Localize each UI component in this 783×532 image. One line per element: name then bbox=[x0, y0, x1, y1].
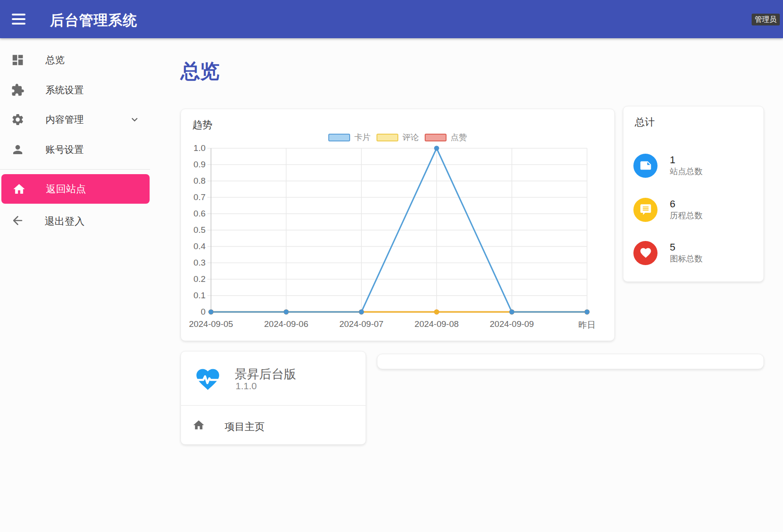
x-axis-tick: 2024-09-07 bbox=[339, 319, 383, 329]
legend-item-likes: 点赞 bbox=[425, 132, 467, 143]
page-title: 总览 bbox=[181, 58, 220, 85]
legend-label: 点赞 bbox=[451, 132, 467, 143]
sidebar-item-label: 账号设置 bbox=[45, 143, 84, 156]
dashboard-icon bbox=[11, 53, 25, 67]
app-info-card: 景昇后台版 1.1.0 项目主页 bbox=[181, 351, 366, 445]
legend-swatch-blue bbox=[328, 134, 350, 141]
trend-card-title: 趋势 bbox=[192, 118, 212, 132]
project-home-link[interactable]: 项目主页 bbox=[181, 413, 366, 438]
sidebar-item-label: 内容管理 bbox=[45, 113, 84, 126]
comment-icon bbox=[633, 198, 658, 222]
file-icon bbox=[633, 154, 658, 178]
legend-item-cards: 卡片 bbox=[328, 132, 371, 143]
x-axis-tick: 2024-09-08 bbox=[415, 319, 459, 329]
puzzle-icon bbox=[11, 83, 25, 97]
stat-label: 站点总数 bbox=[670, 166, 703, 177]
stat-label: 图标总数 bbox=[670, 253, 703, 264]
sidebar-item-system-settings[interactable]: 系统设置 bbox=[0, 79, 150, 101]
logout-button[interactable]: 退出登入 bbox=[0, 210, 150, 231]
sidebar-item-content-management[interactable]: 内容管理 bbox=[0, 109, 150, 130]
project-home-label: 项目主页 bbox=[225, 420, 265, 434]
y-axis-tick: 0 bbox=[184, 307, 206, 317]
stat-row-history: 6 历程总数 bbox=[633, 197, 756, 222]
y-axis-tick: 0.8 bbox=[184, 176, 206, 186]
trend-line-chart bbox=[211, 148, 587, 312]
sidebar-item-account-settings[interactable]: 账号设置 bbox=[0, 139, 150, 161]
trend-chart-plot: 1.0 0.9 0.8 0.7 0.6 0.5 0.4 0.3 0.2 0.1 … bbox=[211, 148, 587, 312]
gear-icon bbox=[11, 113, 25, 126]
back-to-site-label: 返回站点 bbox=[46, 182, 86, 196]
user-role-badge: 管理员 bbox=[752, 14, 780, 25]
x-axis-tick: 2024-09-05 bbox=[189, 319, 233, 329]
arrow-left-icon bbox=[11, 214, 25, 227]
stat-value: 6 bbox=[670, 198, 703, 210]
y-axis-tick: 0.6 bbox=[184, 209, 206, 219]
y-axis-tick: 0.1 bbox=[184, 291, 206, 301]
empty-placeholder-bar bbox=[377, 354, 764, 369]
y-axis-tick: 0.9 bbox=[184, 160, 206, 170]
person-icon bbox=[11, 143, 25, 156]
chart-legend: 卡片 评论 点赞 bbox=[181, 132, 614, 143]
sidebar-item-label: 系统设置 bbox=[45, 84, 84, 96]
stat-row-icons: 5 图标总数 bbox=[633, 240, 756, 266]
stat-row-sites: 1 站点总数 bbox=[633, 153, 756, 178]
legend-label: 评论 bbox=[402, 132, 419, 143]
app-bar: 后台管理系统 管理员 bbox=[0, 0, 783, 38]
x-axis-tick: 2024-09-09 bbox=[490, 319, 534, 329]
heart-icon bbox=[633, 241, 658, 265]
heart-pulse-icon bbox=[194, 366, 221, 391]
sidebar-item-overview[interactable]: 总览 bbox=[0, 49, 150, 71]
app-name: 景昇后台版 bbox=[235, 366, 296, 382]
legend-swatch-red bbox=[425, 134, 447, 141]
x-axis-tick: 2024-09-06 bbox=[264, 319, 308, 329]
y-axis-tick: 1.0 bbox=[184, 143, 206, 153]
app-version: 1.1.0 bbox=[236, 381, 257, 391]
y-axis-tick: 0.7 bbox=[184, 192, 206, 202]
sidebar-item-label: 总览 bbox=[45, 54, 65, 66]
x-axis-tick: 昨日 bbox=[578, 319, 596, 331]
app-title: 后台管理系统 bbox=[50, 11, 137, 30]
stat-value: 5 bbox=[670, 241, 703, 253]
legend-item-comments: 评论 bbox=[376, 132, 419, 143]
sidebar: 总览 系统设置 内容管理 账号设置 bbox=[0, 38, 150, 532]
y-axis-tick: 0.4 bbox=[184, 241, 206, 251]
stat-label: 历程总数 bbox=[670, 210, 703, 221]
totals-card: 总计 1 站点总数 6 历程总数 5 图 bbox=[623, 106, 764, 282]
sidebar-divider bbox=[0, 169, 150, 170]
y-axis-tick: 0.3 bbox=[184, 258, 206, 268]
y-axis-tick: 0.5 bbox=[184, 225, 206, 235]
admin-dashboard: 后台管理系统 管理员 总览 系统设置 内容管理 bbox=[0, 0, 783, 532]
trend-card: 趋势 卡片 评论 点赞 1.0 0.9 0.8 0.7 0.6 0.5 0.4 … bbox=[181, 109, 615, 341]
legend-swatch-yellow bbox=[376, 134, 398, 141]
logout-label: 退出登入 bbox=[45, 215, 85, 228]
chevron-down-icon[interactable] bbox=[129, 114, 141, 125]
y-axis-tick: 0.2 bbox=[184, 274, 206, 284]
back-to-site-button[interactable]: 返回站点 bbox=[1, 174, 150, 204]
stat-value: 1 bbox=[670, 154, 703, 166]
card-divider bbox=[181, 405, 366, 406]
home-icon bbox=[12, 182, 26, 196]
menu-icon[interactable] bbox=[12, 12, 27, 26]
totals-card-title: 总计 bbox=[635, 115, 655, 129]
home-icon bbox=[192, 419, 205, 432]
legend-label: 卡片 bbox=[354, 132, 371, 143]
